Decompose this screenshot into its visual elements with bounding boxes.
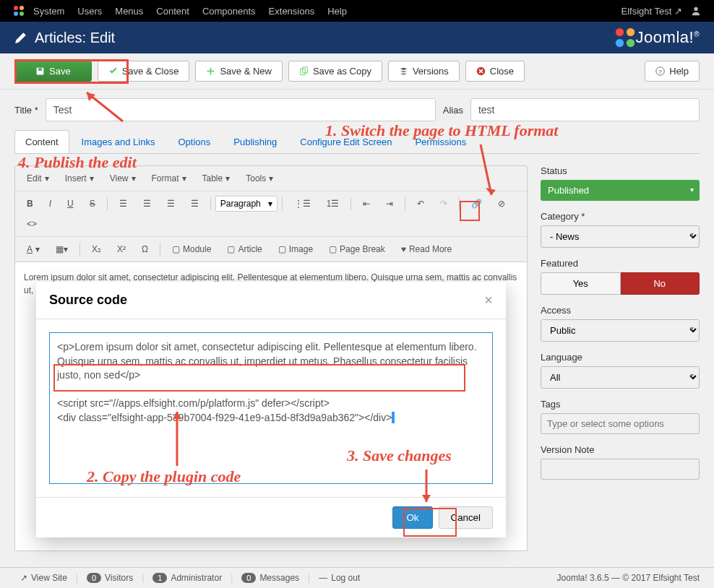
- alias-input[interactable]: [470, 98, 700, 121]
- category-select[interactable]: - News: [541, 225, 700, 248]
- close-icon[interactable]: ×: [484, 292, 493, 308]
- link-icon[interactable]: 🔗: [464, 194, 489, 213]
- question-icon: ?: [655, 66, 665, 76]
- unlink-icon[interactable]: ⊘: [491, 194, 512, 213]
- save-close-button[interactable]: Save & Close: [98, 61, 190, 82]
- tabs: Content Images and Links Options Publish…: [14, 130, 700, 154]
- ed-menu-table[interactable]: Table ▾: [195, 169, 238, 188]
- featured-no[interactable]: No: [621, 272, 700, 295]
- align-left-icon[interactable]: ☰: [112, 194, 134, 213]
- footer-version: Joomla! 3.6.5 — © 2017 Elfsight Test: [557, 573, 700, 583]
- sidebar: Status Published Category - News Feature…: [541, 165, 700, 551]
- messages-link[interactable]: 0 Messages: [236, 573, 305, 583]
- nav-menus[interactable]: Menus: [115, 6, 143, 17]
- align-right-icon[interactable]: ☰: [160, 194, 182, 213]
- module-button[interactable]: ▢ Module: [165, 240, 218, 259]
- indent-icon[interactable]: ⇥: [379, 194, 400, 213]
- svg-text:?: ?: [658, 69, 662, 75]
- ed-menu-view[interactable]: View ▾: [103, 169, 143, 188]
- ed-menu-edit[interactable]: Edit ▾: [20, 169, 56, 188]
- underline-icon[interactable]: U: [60, 194, 81, 213]
- cancel-button[interactable]: Cancel: [439, 506, 494, 529]
- user-name[interactable]: Elfsight Test ↗: [621, 6, 682, 17]
- language-label: Language: [541, 352, 700, 363]
- nav-users[interactable]: Users: [77, 6, 102, 17]
- forecolor-icon[interactable]: A▾: [20, 240, 47, 259]
- tab-publishing[interactable]: Publishing: [223, 130, 288, 153]
- nav-content[interactable]: Content: [156, 6, 189, 17]
- align-justify-icon[interactable]: ☰: [184, 194, 206, 213]
- ol-icon[interactable]: 1☰: [319, 194, 347, 213]
- editor-toolbar: Edit ▾ Insert ▾ View ▾ Format ▾ Table ▾ …: [14, 165, 528, 262]
- source-code-icon[interactable]: <>: [20, 215, 44, 233]
- tab-configure[interactable]: Configure Edit Screen: [289, 130, 403, 153]
- ed-menu-tools[interactable]: Tools ▾: [238, 169, 280, 188]
- plus-icon: [206, 66, 215, 76]
- svg-point-8: [626, 39, 634, 47]
- nav-system[interactable]: System: [33, 6, 64, 17]
- status-select[interactable]: Published: [541, 180, 700, 201]
- action-toolbar: Save Save & Close Save & New Save as Cop…: [0, 53, 714, 90]
- page-title: Articles: Edit: [35, 30, 614, 46]
- svg-point-4: [694, 7, 697, 11]
- undo-icon[interactable]: ↶: [410, 194, 431, 213]
- nav-components[interactable]: Components: [202, 6, 256, 17]
- tags-input[interactable]: [541, 413, 700, 434]
- versions-button[interactable]: Versions: [388, 61, 460, 82]
- ul-icon[interactable]: ⋮☰: [287, 194, 318, 213]
- pagebreak-button[interactable]: ▢ Page Break: [322, 240, 392, 259]
- language-select[interactable]: All: [541, 366, 700, 389]
- title-label: Title *: [14, 105, 38, 116]
- source-textarea[interactable]: <p>Lorem ipsum dolor sit amet, consectet…: [49, 332, 493, 484]
- tab-options[interactable]: Options: [167, 130, 221, 153]
- title-input[interactable]: [46, 98, 436, 121]
- sup-icon[interactable]: X²: [110, 240, 133, 259]
- svg-point-6: [626, 28, 634, 36]
- paragraph-select[interactable]: Paragraph ▾: [215, 196, 278, 212]
- article-button[interactable]: ▢ Article: [220, 240, 269, 259]
- nav-help[interactable]: Help: [327, 6, 347, 17]
- admin-link[interactable]: 1 Administrator: [147, 573, 228, 583]
- save-new-button[interactable]: Save & New: [195, 61, 283, 82]
- svg-point-1: [20, 6, 24, 10]
- alias-label: Alias: [443, 105, 463, 116]
- sub-icon[interactable]: X₂: [85, 240, 108, 259]
- redo-icon[interactable]: ↷: [433, 194, 455, 213]
- access-select[interactable]: Public: [541, 319, 700, 342]
- close-button[interactable]: Close: [465, 61, 525, 82]
- stack-icon: [399, 66, 408, 76]
- apply-icon: [35, 66, 45, 76]
- image-button[interactable]: ▢ Image: [271, 240, 320, 259]
- featured-yes[interactable]: Yes: [541, 272, 621, 295]
- tags-label: Tags: [541, 399, 700, 410]
- strike-icon[interactable]: S: [82, 194, 103, 213]
- ed-menu-format[interactable]: Format ▾: [145, 169, 194, 188]
- save-button[interactable]: Save: [14, 61, 92, 82]
- tab-images[interactable]: Images and Links: [71, 130, 166, 153]
- tab-content[interactable]: Content: [14, 130, 69, 153]
- tab-permissions[interactable]: Permissions: [404, 130, 477, 153]
- italic-icon[interactable]: I: [42, 194, 59, 213]
- logout-link[interactable]: — Log out: [313, 573, 366, 583]
- ed-menu-insert[interactable]: Insert ▾: [58, 169, 101, 188]
- char-icon[interactable]: Ω: [134, 240, 155, 259]
- save-copy-button[interactable]: Save as Copy: [288, 61, 382, 82]
- joomla-icon: [13, 5, 25, 17]
- svg-rect-10: [38, 68, 42, 70]
- outdent-icon[interactable]: ⇤: [356, 194, 377, 213]
- top-nav: System Users Menus Content Components Ex…: [0, 0, 714, 22]
- readmore-button[interactable]: ♥ Read More: [394, 240, 460, 259]
- help-button[interactable]: ? Help: [645, 61, 700, 82]
- bold-icon[interactable]: B: [20, 194, 40, 213]
- view-site-link[interactable]: ↗ View Site: [14, 573, 73, 583]
- visitors-link[interactable]: 0 Visitors: [81, 573, 139, 583]
- version-note-input[interactable]: [541, 459, 700, 480]
- ok-button[interactable]: Ok: [392, 506, 432, 529]
- check-icon: [108, 66, 118, 76]
- align-center-icon[interactable]: ☰: [136, 194, 158, 213]
- source-code-modal: Source code × <p>Lorem ipsum dolor sit a…: [36, 282, 506, 537]
- user-icon[interactable]: [691, 6, 701, 16]
- access-label: Access: [541, 305, 700, 316]
- table-icon[interactable]: ▦▾: [48, 240, 75, 259]
- nav-extensions[interactable]: Extensions: [269, 6, 315, 17]
